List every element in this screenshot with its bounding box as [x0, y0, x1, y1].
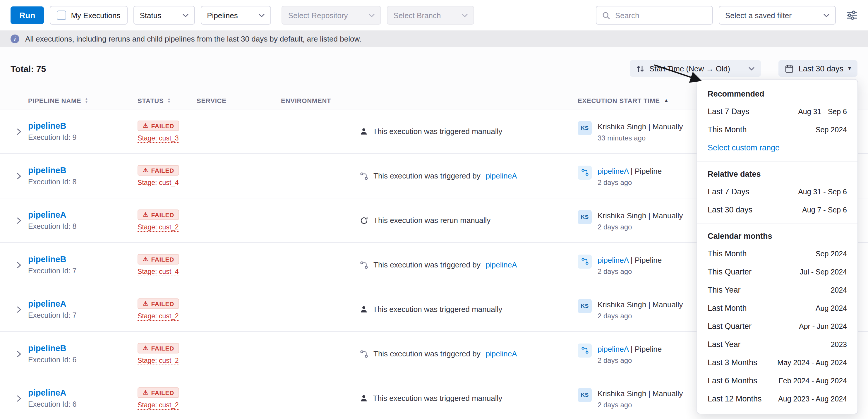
expand-chevron-icon[interactable]	[17, 306, 22, 313]
branch-filter-select[interactable]: Select Branch	[387, 6, 474, 25]
pipeline-name-link[interactable]: pipelineA	[28, 210, 137, 220]
expand-chevron-icon[interactable]	[17, 261, 22, 268]
date-range-option[interactable]: Last 7 Days Aug 31 - Sep 6	[697, 183, 858, 201]
start-pipeline-link[interactable]: pipelineA	[597, 166, 629, 175]
date-range-option[interactable]: Select custom range	[697, 139, 858, 157]
status-badge-label: FAILED	[151, 255, 174, 262]
date-range-option[interactable]: Last Year 2023	[697, 335, 858, 353]
date-range-option[interactable]: This Year 2024	[697, 281, 858, 299]
menu-item-label: Last 7 Days	[708, 107, 749, 116]
triggered-by-line: Krishika Singh | Manually	[597, 211, 683, 220]
warning-icon: ⚠	[143, 389, 148, 395]
execution-id: Execution Id: 8	[28, 222, 137, 231]
status-badge-label: FAILED	[151, 389, 174, 396]
pipeline-avatar-icon	[578, 343, 592, 357]
header-pipeline-name[interactable]: PIPELINE NAME ▲▼	[28, 97, 137, 104]
pipeline-name-link[interactable]: pipelineB	[28, 344, 137, 353]
header-status[interactable]: STATUS ▲▼	[137, 97, 197, 104]
triggered-by-line: pipelineA | Pipeline	[597, 255, 662, 264]
search-input[interactable]	[614, 10, 707, 20]
menu-item-label: Last Year	[708, 340, 741, 349]
chevron-down-icon	[363, 13, 375, 17]
date-range-option[interactable]: This Month Sep 2024	[697, 245, 858, 263]
execution-id: Execution Id: 7	[28, 267, 137, 275]
warning-icon: ⚠	[143, 123, 148, 128]
status-badge-label: FAILED	[151, 344, 174, 351]
start-time-ago: 2 days ago	[597, 178, 662, 186]
stage-link[interactable]: Stage: cust_3	[137, 134, 179, 142]
pipeline-name-link[interactable]: pipelineB	[28, 166, 137, 175]
trigger-pipeline-icon	[360, 261, 368, 269]
expand-chevron-icon[interactable]	[17, 172, 22, 180]
stage-link[interactable]: Stage: cust_2	[137, 357, 179, 365]
avatar: KS	[578, 388, 592, 402]
saved-filter-select[interactable]: Select a saved filter	[719, 6, 836, 25]
pipeline-name-link[interactable]: pipelineA	[28, 388, 137, 397]
stage-link[interactable]: Stage: cust_4	[137, 268, 179, 276]
run-button[interactable]: Run	[10, 6, 44, 24]
date-range-option[interactable]: Last Quarter Apr - Jun 2024	[697, 317, 858, 335]
menu-item-label: This Month	[708, 125, 747, 134]
stage-link[interactable]: Stage: cust_4	[137, 179, 179, 187]
trigger-text: This execution was triggered by	[373, 171, 480, 180]
menu-item-range: 2023	[831, 340, 847, 349]
execution-id: Execution Id: 9	[28, 133, 137, 141]
menu-item-label: Last 3 Months	[708, 358, 757, 367]
pipeline-name-link[interactable]: pipelineB	[28, 255, 137, 264]
start-pipeline-link[interactable]: pipelineA	[597, 344, 629, 353]
menu-section-header: Relative dates	[697, 164, 858, 183]
menu-item-range: Aug 7 - Sep 6	[802, 206, 847, 214]
trigger-pipeline-icon	[360, 172, 368, 180]
date-range-option[interactable]: Last 6 Months Feb 2024 - Aug 2024	[697, 372, 858, 390]
my-executions-toggle[interactable]: My Executions	[50, 6, 127, 25]
repository-filter-select[interactable]: Select Repository	[282, 6, 381, 25]
sort-order-select[interactable]: Start Time (New → Old)	[630, 60, 761, 77]
avatar: KS	[578, 299, 592, 313]
pipelines-filter-select[interactable]: Pipelines	[200, 6, 271, 25]
date-range-option[interactable]: Last 3 Months May 2024 - Aug 2024	[697, 353, 858, 372]
date-range-option[interactable]: Last 30 days Aug 7 - Sep 6	[697, 201, 858, 219]
warning-icon: ⚠	[143, 212, 148, 217]
status-badge-label: FAILED	[151, 166, 174, 173]
user-icon	[360, 128, 368, 135]
expand-chevron-icon[interactable]	[17, 217, 22, 224]
trigger-text: This execution was rerun manually	[373, 216, 491, 225]
pipeline-name-link[interactable]: pipelineB	[28, 121, 137, 130]
expand-chevron-icon[interactable]	[17, 395, 22, 402]
search-box[interactable]	[596, 6, 713, 25]
start-time-ago: 2 days ago	[597, 267, 662, 275]
header-execution-start-time-label: EXECUTION START TIME	[578, 97, 660, 104]
triggered-by-line: pipelineA | Pipeline	[597, 166, 662, 175]
date-range-button[interactable]: Last 30 days ▾	[779, 60, 858, 77]
stage-link[interactable]: Stage: cust_2	[137, 312, 179, 320]
chevron-down-icon	[818, 13, 829, 17]
menu-item-label: Last Quarter	[708, 322, 751, 331]
trigger-pipeline-link[interactable]: pipelineA	[486, 171, 517, 180]
filter-settings-icon[interactable]	[846, 10, 858, 20]
start-pipeline-link[interactable]: pipelineA	[597, 255, 629, 264]
stage-link[interactable]: Stage: cust_2	[137, 223, 179, 231]
my-executions-checkbox[interactable]	[57, 10, 66, 20]
stage-link[interactable]: Stage: cust_2	[137, 401, 179, 409]
expand-chevron-icon[interactable]	[17, 350, 22, 357]
trigger-pipeline-link[interactable]: pipelineA	[486, 349, 517, 358]
expand-chevron-icon[interactable]	[17, 128, 22, 135]
triggered-by-text: | Pipeline	[629, 255, 662, 264]
status-filter-select[interactable]: Status	[133, 6, 195, 25]
chevron-down-icon	[743, 66, 755, 70]
trigger-pipeline-link[interactable]: pipelineA	[486, 260, 517, 269]
date-range-option[interactable]: Last 12 Months Aug 2023 - Aug 2024	[697, 390, 858, 408]
triggered-by-text: Krishika Singh | Manually	[597, 389, 683, 398]
date-range-option[interactable]: This Month Sep 2024	[697, 121, 858, 139]
trigger-text: This execution was triggered by	[373, 260, 480, 269]
date-range-option[interactable]: This Quarter Jul - Sep 2024	[697, 263, 858, 281]
date-range-option[interactable]: Last 7 Days Aug 31 - Sep 6	[697, 102, 858, 121]
date-range-option[interactable]: Last Month Aug 2024	[697, 299, 858, 317]
status-badge: ⚠ FAILED	[137, 120, 179, 131]
pipeline-name-link[interactable]: pipelineA	[28, 299, 137, 309]
executions-page: Run My Executions Status Pipelines Selec…	[0, 0, 868, 419]
avatar: KS	[578, 210, 592, 224]
menu-item-range: Apr - Jun 2024	[799, 322, 847, 330]
menu-section-header: Calendar months	[697, 226, 858, 245]
pipelines-filter-label: Pipelines	[207, 11, 238, 20]
